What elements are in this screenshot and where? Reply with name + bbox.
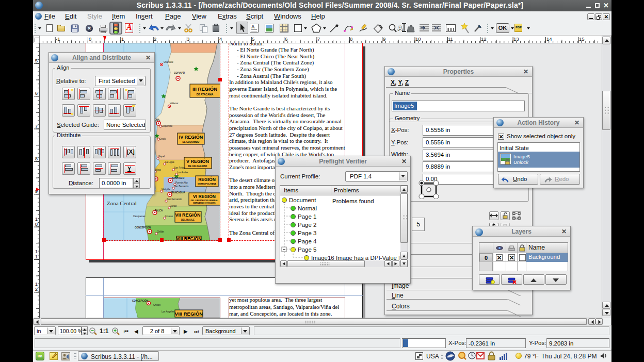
svg-text:V REGIÓN: V REGIÓN — [186, 158, 209, 164]
svg-text:III REGIÓN: III REGIÓN — [192, 86, 217, 92]
svg-text:Cauquenes: Cauquenes — [133, 215, 146, 218]
svg-text:IV REGIÓN: IV REGIÓN — [179, 134, 203, 140]
svg-text:RANCAGUA: RANCAGUA — [171, 191, 185, 194]
svg-text:Document: Document — [289, 197, 316, 203]
svg-text:DEL LIBERTADOR GENERAL: DEL LIBERTADOR GENERAL — [191, 200, 218, 202]
svg-text:BERNARDO O'HIGGINS: BERNARDO O'HIGGINS — [194, 202, 216, 204]
svg-text:Page 2: Page 2 — [298, 222, 316, 228]
svg-text:REGIÓN: REGIÓN — [198, 176, 216, 182]
svg-text:Zona Central: Zona Central — [107, 200, 137, 206]
svg-text:Linares: Linares — [165, 215, 173, 218]
svg-text:Page 3: Page 3 — [298, 230, 316, 236]
svg-text:Puente Alto: Puente Alto — [175, 182, 188, 184]
svg-text:DE VALPARAISO: DE VALPARAISO — [188, 165, 207, 168]
svg-text:VII REGIÓN: VII REGIÓN — [175, 212, 200, 218]
svg-text:Page 5: Page 5 — [298, 246, 316, 253]
svg-text:DE ATACAMA: DE ATACAMA — [197, 93, 214, 96]
svg-text:Page 4: Page 4 — [298, 238, 317, 244]
svg-text:San Fernando: San Fernando — [167, 198, 182, 201]
svg-text:Los Andes: Los Andes — [177, 171, 188, 174]
svg-text:SANTIAGO: SANTIAGO — [172, 177, 185, 179]
svg-text:Curicó: Curicó — [170, 205, 177, 207]
svg-text:Vallenar: Vallenar — [170, 102, 179, 105]
svg-text:San Felipe: San Felipe — [174, 167, 185, 169]
svg-text:Coquimbo: Coquimbo — [162, 125, 172, 127]
svg-text:Chañaral: Chañaral — [164, 61, 173, 63]
svg-text:San Bernardo: San Bernardo — [174, 185, 189, 188]
svg-text:Normal: Normal — [298, 205, 317, 211]
svg-text:METROPOLITANA: METROPOLITANA — [198, 183, 216, 185]
svg-text:Ovalle: Ovalle — [159, 138, 166, 140]
svg-text:Chillán: Chillán — [157, 231, 164, 233]
svg-text:Illapel: Illapel — [158, 155, 165, 158]
svg-text:COPIAPÓ: COPIAPÓ — [174, 71, 185, 74]
svg-text:DE COQUIMBO: DE COQUIMBO — [183, 141, 200, 143]
svg-text:DEL MAULE: DEL MAULE — [181, 219, 195, 221]
svg-text:Melipilla: Melipilla — [162, 188, 170, 191]
svg-text:TALCA: TALCA — [155, 209, 163, 212]
svg-text:VI REGIÓN: VI REGIÓN — [193, 193, 216, 199]
svg-text:Page 1: Page 1 — [298, 213, 316, 220]
svg-text:La Ligua: La Ligua — [165, 161, 174, 163]
svg-text:CONCEPCIÓN: CONCEPCIÓN — [135, 225, 151, 229]
